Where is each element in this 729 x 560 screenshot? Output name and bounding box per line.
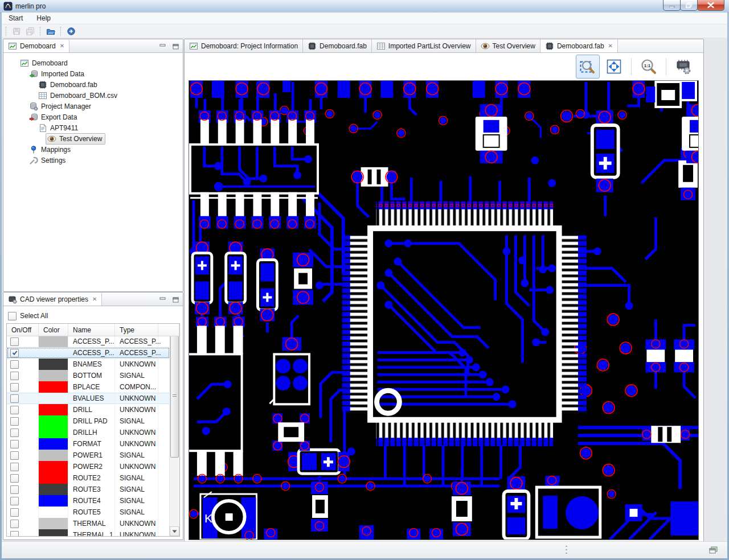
layer-row-thermal[interactable]: THERMALUNKNOWN: [7, 518, 170, 529]
tree-item-settings[interactable]: Settings: [3, 155, 183, 166]
layer-color-swatch[interactable]: [39, 450, 68, 461]
layer-color-cell[interactable]: [39, 461, 68, 472]
layer-color-swatch[interactable]: [39, 495, 68, 507]
layer-color-swatch[interactable]: [39, 427, 68, 438]
menu-help[interactable]: Help: [35, 14, 52, 23]
tree-item-demoboard[interactable]: Demoboard: [3, 57, 183, 68]
layer-color-cell[interactable]: [39, 450, 68, 461]
minimize-panel-icon[interactable]: [158, 42, 167, 51]
import-button[interactable]: [64, 25, 78, 38]
layer-color-swatch[interactable]: [39, 381, 68, 393]
layer-color-swatch[interactable]: [39, 507, 68, 518]
maximize-panel-icon[interactable]: [171, 42, 180, 51]
layer-color-cell[interactable]: [39, 495, 68, 507]
layer-color-cell[interactable]: [39, 472, 68, 484]
tree-item-export-data[interactable]: Export Data: [3, 112, 183, 122]
restore-button[interactable]: [680, 0, 698, 11]
editor-tab-demoboard-project-information[interactable]: Demoboard: Project Information: [185, 39, 303, 52]
column-header-color[interactable]: Color: [39, 324, 68, 336]
layer-row-access-p[interactable]: ACCESS_P...ACCESS_P...: [7, 336, 170, 347]
column-header-onoff[interactable]: On/Off: [7, 324, 39, 336]
layer-color-swatch[interactable]: [39, 529, 68, 536]
layer-color-cell[interactable]: [39, 393, 68, 404]
layer-color-cell[interactable]: [39, 370, 68, 381]
layer-color-cell[interactable]: [39, 347, 68, 359]
layer-row-route2[interactable]: ROUTE2SIGNAL: [7, 472, 170, 484]
properties-tab[interactable]: CAD viewer properties ✕: [3, 293, 102, 306]
layer-color-cell[interactable]: [39, 484, 68, 495]
layer-color-swatch[interactable]: [39, 472, 68, 484]
layer-color-cell[interactable]: [39, 359, 68, 370]
layer-visibility-checkbox[interactable]: [10, 372, 19, 380]
zoom-one-to-one-button[interactable]: 1:1: [637, 55, 661, 79]
layer-visibility-checkbox[interactable]: [10, 531, 19, 537]
layer-color-swatch[interactable]: [39, 518, 68, 529]
layer-color-swatch[interactable]: [39, 484, 68, 495]
layer-color-swatch[interactable]: [39, 359, 68, 370]
layer-visibility-checkbox[interactable]: [10, 497, 19, 505]
editor-tab-test-overview[interactable]: Test Overview: [476, 39, 540, 52]
tree-item-imported-data[interactable]: Imported Data: [3, 68, 183, 79]
scrollbar-thumb[interactable]: [170, 334, 179, 458]
layer-row-access-p[interactable]: ACCESS_P...ACCESS_P...: [7, 347, 170, 359]
layer-row-bnames[interactable]: BNAMESUNKNOWN: [7, 359, 170, 370]
layer-color-cell[interactable]: [39, 438, 68, 450]
save-all-button[interactable]: [23, 25, 37, 38]
zoom-selection-button[interactable]: [576, 55, 600, 79]
tree-item-demoboard-bom-csv[interactable]: Demoboard_BOM.csv: [3, 90, 183, 101]
layer-row-thermal-1[interactable]: THERMAL_1UNKNOWN: [7, 529, 170, 536]
layer-row-bottom[interactable]: BOTTOMSIGNAL: [7, 370, 170, 381]
pcb-canvas[interactable]: K: [189, 80, 699, 540]
column-header-type[interactable]: Type: [115, 324, 158, 336]
editor-tab-demoboard-fab[interactable]: Demoboard.fab✕: [540, 39, 618, 52]
layer-row-power1[interactable]: POWER1SIGNAL: [7, 450, 170, 461]
layer-color-cell[interactable]: [39, 404, 68, 415]
layer-visibility-checkbox[interactable]: [10, 463, 19, 471]
open-folder-button[interactable]: [44, 25, 58, 38]
layer-color-swatch[interactable]: [39, 415, 68, 427]
layer-visibility-checkbox[interactable]: [10, 349, 19, 357]
statusbar-windows-icon[interactable]: [709, 546, 718, 555]
layer-row-drillh[interactable]: DRILLHUNKNOWN: [7, 427, 170, 438]
layer-visibility-checkbox[interactable]: [10, 429, 19, 437]
close-icon[interactable]: ✕: [608, 43, 613, 49]
layer-color-swatch[interactable]: [39, 370, 68, 381]
explorer-tab-demoboard[interactable]: Demoboard ✕: [3, 39, 69, 52]
layer-visibility-checkbox[interactable]: [10, 360, 19, 369]
layer-row-drill-pad[interactable]: DRILL PADSIGNAL: [7, 415, 170, 427]
layer-row-format[interactable]: FORMATUNKNOWN: [7, 438, 170, 450]
cad-settings-button[interactable]: [671, 55, 695, 79]
layer-color-cell[interactable]: [39, 415, 68, 427]
layer-color-swatch[interactable]: [39, 336, 68, 347]
tree-item-demoboard-fab[interactable]: Demoboard.fab: [3, 79, 183, 90]
scroll-down-button[interactable]: [170, 526, 179, 536]
layer-visibility-checkbox[interactable]: [10, 451, 19, 460]
table-scrollbar[interactable]: [169, 324, 179, 536]
layer-visibility-checkbox[interactable]: [10, 383, 19, 392]
tree-item-mappings[interactable]: Mappings: [3, 144, 183, 155]
minimize-button[interactable]: [663, 0, 681, 11]
layer-color-cell[interactable]: [39, 507, 68, 518]
layer-color-swatch[interactable]: [39, 461, 68, 472]
tree-item-apt9411[interactable]: APT9411: [3, 122, 183, 133]
layer-color-swatch[interactable]: [39, 438, 68, 450]
layer-row-bvalues[interactable]: BVALUESUNKNOWN: [7, 393, 170, 404]
tree-item-test-overview[interactable]: Test Overview: [3, 133, 183, 144]
close-button[interactable]: [697, 0, 724, 11]
layer-row-drill[interactable]: DRILLUNKNOWN: [7, 404, 170, 415]
layer-visibility-checkbox[interactable]: [10, 520, 19, 528]
save-button[interactable]: [10, 25, 23, 38]
layer-color-cell[interactable]: [39, 427, 68, 438]
layer-row-power2[interactable]: POWER2UNKNOWN: [7, 461, 170, 472]
maximize-panel-icon[interactable]: [171, 295, 180, 304]
layer-visibility-checkbox[interactable]: [10, 417, 19, 426]
menu-start[interactable]: Start: [7, 14, 24, 23]
select-all-checkbox[interactable]: [8, 312, 17, 320]
layer-visibility-checkbox[interactable]: [10, 337, 19, 346]
column-header-name[interactable]: Name: [68, 324, 115, 336]
layer-visibility-checkbox[interactable]: [10, 474, 19, 483]
layer-color-swatch[interactable]: [39, 404, 68, 415]
layer-color-cell[interactable]: [39, 336, 68, 347]
minimize-panel-icon[interactable]: [158, 295, 167, 304]
layer-row-route5[interactable]: ROUTE5SIGNAL: [7, 507, 170, 518]
